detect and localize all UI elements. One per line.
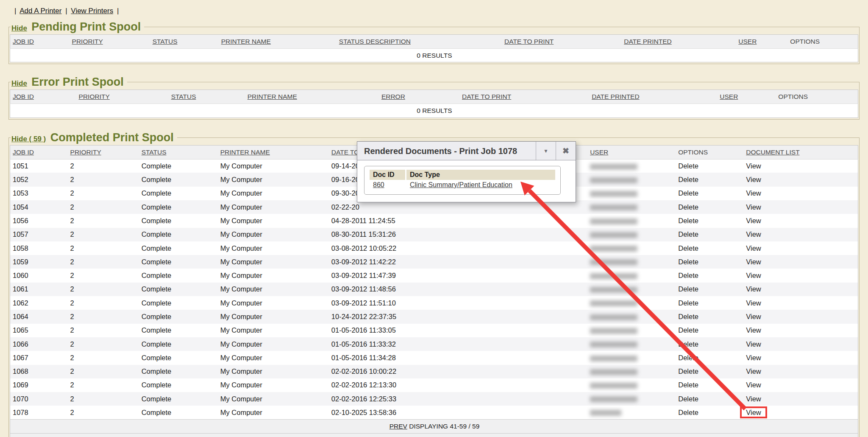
column-header-document-list[interactable]: DOCUMENT LIST xyxy=(743,145,858,159)
view-document-list-link[interactable]: View xyxy=(746,258,761,266)
column-header-priority[interactable]: PRIORITY xyxy=(70,35,150,49)
nav-add-a-printer-link[interactable]: Add A Printer xyxy=(19,7,61,15)
priority-cell: 2 xyxy=(68,378,139,392)
chevron-down-icon: ▼ xyxy=(543,148,548,154)
nav-view-printers-link[interactable]: View Printers xyxy=(71,7,113,15)
delete-job-link[interactable]: Delete xyxy=(678,162,698,170)
view-document-list-link[interactable]: View xyxy=(746,272,761,279)
job-id-cell: 1051 xyxy=(10,159,68,173)
priority-cell: 2 xyxy=(68,365,139,378)
column-header-printer-name[interactable]: PRINTER NAME xyxy=(245,90,379,104)
date-printed-cell xyxy=(484,283,587,296)
view-document-list-link[interactable]: View xyxy=(746,230,761,238)
delete-job-link[interactable]: Delete xyxy=(678,326,698,334)
column-header-user[interactable]: USER xyxy=(717,90,776,104)
view-document-list-link[interactable]: View xyxy=(746,244,761,252)
printer-name-cell: My Computer xyxy=(218,351,329,364)
delete-job-link[interactable]: Delete xyxy=(678,176,698,183)
delete-job-link[interactable]: Delete xyxy=(678,354,698,361)
view-document-list-link[interactable]: View xyxy=(746,409,761,416)
dialog-titlebar[interactable]: Rendered Documents - Print Job 1078 ▼ ✖ xyxy=(357,142,576,160)
user-cell xyxy=(587,255,676,269)
pagination-row: PREV DISPLAYING 41-59 / 59 xyxy=(10,420,858,433)
view-document-list-link[interactable]: View xyxy=(746,217,761,224)
column-header-date-to-print[interactable]: DATE TO PRINT xyxy=(459,90,589,104)
column-header-printer-name[interactable]: PRINTER NAME xyxy=(218,145,329,159)
view-document-list-link[interactable]: View xyxy=(746,313,761,320)
view-document-list-link[interactable]: View xyxy=(746,381,761,389)
printer-name-cell: My Computer xyxy=(218,241,329,255)
document-list-cell: View xyxy=(743,283,858,296)
view-document-list-link[interactable]: View xyxy=(746,203,761,211)
column-header-date-to-print[interactable]: DATE TO PRINT xyxy=(502,35,621,49)
view-document-list-link[interactable]: View xyxy=(746,285,761,293)
view-document-list-link[interactable]: View xyxy=(746,189,761,197)
prev-page-link[interactable]: PREV xyxy=(389,423,407,430)
printer-name-cell: My Computer xyxy=(218,187,329,200)
column-header-status[interactable]: STATUS xyxy=(169,90,245,104)
column-header-user[interactable]: USER xyxy=(736,35,787,49)
column-header-error[interactable]: ERROR xyxy=(379,90,459,104)
column-header-priority[interactable]: PRIORITY xyxy=(68,145,139,159)
pending-section-legend: Hide Pending Print Spool xyxy=(11,20,144,34)
column-header-options: OPTIONS xyxy=(787,35,858,49)
doc-type-link[interactable]: Clinic Summary/Patient Education xyxy=(410,181,512,188)
delete-job-link[interactable]: Delete xyxy=(678,258,698,266)
delete-job-link[interactable]: Delete xyxy=(678,340,698,348)
view-document-list-link[interactable]: View xyxy=(746,395,761,403)
column-header-user[interactable]: USER xyxy=(587,145,676,159)
column-header-priority[interactable]: PRIORITY xyxy=(76,90,169,104)
pending-results-text: 0 RESULTS xyxy=(10,49,858,62)
column-header-status[interactable]: STATUS xyxy=(150,35,219,49)
status-cell: Complete xyxy=(139,187,218,200)
delete-job-link[interactable]: Delete xyxy=(678,381,698,389)
pending-hide-link[interactable]: Hide xyxy=(11,24,27,32)
view-document-list-link[interactable]: View xyxy=(746,326,761,334)
job-id-cell: 1078 xyxy=(10,406,68,419)
status-cell: Complete xyxy=(139,159,218,173)
view-document-list-link[interactable]: View xyxy=(746,176,761,183)
dialog-close-button[interactable]: ✖ xyxy=(556,142,576,160)
view-document-list-link[interactable]: View xyxy=(746,340,761,348)
column-header-job-id[interactable]: JOB ID xyxy=(10,145,68,159)
options-cell: Delete xyxy=(676,200,743,214)
printer-name-cell: My Computer xyxy=(218,255,329,269)
column-header-status[interactable]: STATUS xyxy=(139,145,218,159)
user-redacted-blur xyxy=(590,287,637,293)
column-header-printer-name[interactable]: PRINTER NAME xyxy=(219,35,337,49)
column-header-label: PRINTER NAME xyxy=(248,93,297,100)
delete-job-link[interactable]: Delete xyxy=(678,272,698,279)
column-header-job-id[interactable]: JOB ID xyxy=(10,35,70,49)
delete-job-link[interactable]: Delete xyxy=(678,230,698,238)
doc-id-link[interactable]: 860 xyxy=(373,181,384,188)
view-document-list-link[interactable]: View xyxy=(746,354,761,361)
delete-job-link[interactable]: Delete xyxy=(678,189,698,197)
delete-job-link[interactable]: Delete xyxy=(678,299,698,307)
column-header-date-printed[interactable]: DATE PRINTED xyxy=(621,35,736,49)
delete-job-link[interactable]: Delete xyxy=(678,285,698,293)
job-id-cell: 1064 xyxy=(10,310,68,323)
delete-job-link[interactable]: Delete xyxy=(678,217,698,224)
printer-name-cell: My Computer xyxy=(218,378,329,392)
delete-job-link[interactable]: Delete xyxy=(678,244,698,252)
date-to-print-cell: 10-24-2012 22:37:35 xyxy=(329,310,484,323)
delete-job-link[interactable]: Delete xyxy=(678,313,698,320)
column-header-status-description[interactable]: STATUS DESCRIPTION xyxy=(337,35,502,49)
column-header-label: PRINTER NAME xyxy=(221,38,271,45)
column-header-job-id[interactable]: JOB ID xyxy=(10,90,76,104)
view-document-list-link[interactable]: View xyxy=(746,367,761,375)
view-document-list-link[interactable]: View xyxy=(746,162,761,170)
error-hide-link[interactable]: Hide xyxy=(11,79,27,87)
view-document-list-link[interactable]: View xyxy=(746,299,761,307)
delete-job-link[interactable]: Delete xyxy=(678,367,698,375)
column-header-date-printed[interactable]: DATE PRINTED xyxy=(589,90,717,104)
delete-job-link[interactable]: Delete xyxy=(678,409,698,416)
show-all-row: SHOW ALL xyxy=(10,433,858,437)
status-cell: Complete xyxy=(139,392,218,406)
delete-job-link[interactable]: Delete xyxy=(678,395,698,403)
column-header-label: PRINTER NAME xyxy=(220,148,270,156)
dialog-collapse-button[interactable]: ▼ xyxy=(536,142,556,160)
pending-header-row: JOB IDPRIORITYSTATUSPRINTER NAMESTATUS D… xyxy=(10,35,858,49)
completed-hide-link[interactable]: Hide ( 59 ) xyxy=(11,135,46,143)
delete-job-link[interactable]: Delete xyxy=(678,203,698,211)
